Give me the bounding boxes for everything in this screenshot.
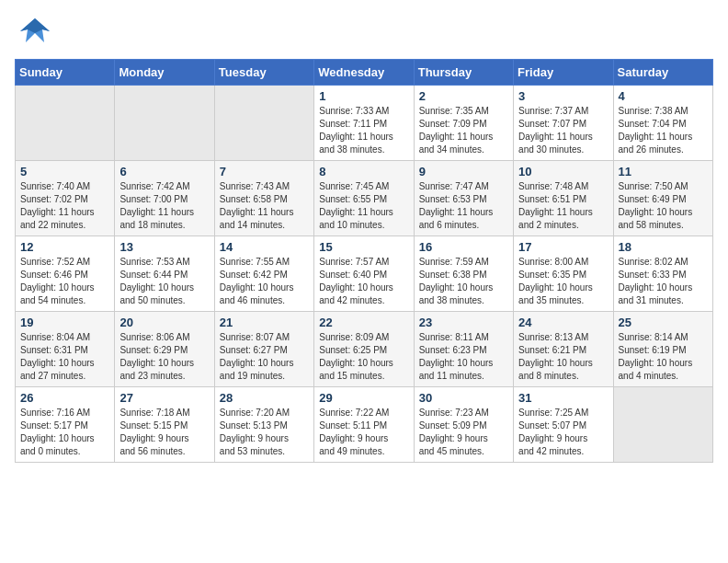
- day-info: Sunrise: 7:47 AM Sunset: 6:53 PM Dayligh…: [419, 180, 508, 232]
- calendar-cell: 3Sunrise: 7:37 AM Sunset: 7:07 PM Daylig…: [514, 86, 613, 161]
- calendar-cell: 16Sunrise: 7:59 AM Sunset: 6:38 PM Dayli…: [414, 236, 513, 312]
- day-info: Sunrise: 7:37 AM Sunset: 7:07 PM Dayligh…: [518, 105, 608, 156]
- day-number: 20: [119, 316, 209, 329]
- day-info: Sunrise: 7:48 AM Sunset: 6:51 PM Dayligh…: [518, 180, 608, 232]
- calendar-week-row: 1Sunrise: 7:33 AM Sunset: 7:11 PM Daylig…: [16, 86, 713, 161]
- calendar-cell: [214, 86, 313, 161]
- day-info: Sunrise: 7:53 AM Sunset: 6:44 PM Dayligh…: [119, 256, 209, 307]
- calendar-cell: 11Sunrise: 7:50 AM Sunset: 6:49 PM Dayli…: [613, 161, 712, 236]
- day-info: Sunrise: 7:33 AM Sunset: 7:11 PM Dayligh…: [319, 105, 408, 156]
- calendar-cell: 14Sunrise: 7:55 AM Sunset: 6:42 PM Dayli…: [214, 236, 313, 312]
- calendar-cell: 18Sunrise: 8:02 AM Sunset: 6:33 PM Dayli…: [613, 236, 712, 312]
- calendar-cell: 19Sunrise: 8:04 AM Sunset: 6:31 PM Dayli…: [16, 312, 115, 387]
- calendar-week-row: 5Sunrise: 7:40 AM Sunset: 7:02 PM Daylig…: [16, 161, 713, 236]
- day-info: Sunrise: 7:20 AM Sunset: 5:13 PM Dayligh…: [220, 407, 309, 458]
- day-info: Sunrise: 7:25 AM Sunset: 5:07 PM Dayligh…: [518, 407, 608, 458]
- day-info: Sunrise: 7:59 AM Sunset: 6:38 PM Dayligh…: [419, 256, 508, 307]
- day-info: Sunrise: 7:43 AM Sunset: 6:58 PM Dayligh…: [220, 180, 309, 232]
- calendar-cell: 12Sunrise: 7:52 AM Sunset: 6:46 PM Dayli…: [16, 236, 115, 312]
- day-number: 4: [619, 89, 708, 103]
- day-number: 17: [518, 240, 608, 254]
- day-number: 14: [220, 240, 309, 254]
- calendar-cell: 24Sunrise: 8:13 AM Sunset: 6:21 PM Dayli…: [514, 312, 613, 387]
- logo: [15, 15, 59, 52]
- calendar-cell: 1Sunrise: 7:33 AM Sunset: 7:11 PM Daylig…: [314, 86, 414, 161]
- calendar-cell: 2Sunrise: 7:35 AM Sunset: 7:09 PM Daylig…: [414, 86, 513, 161]
- page-header: [15, 15, 713, 52]
- day-number: 3: [518, 89, 608, 103]
- day-number: 31: [518, 391, 608, 405]
- calendar-cell: 31Sunrise: 7:25 AM Sunset: 5:07 PM Dayli…: [514, 387, 613, 463]
- day-info: Sunrise: 8:11 AM Sunset: 6:23 PM Dayligh…: [419, 331, 508, 383]
- calendar-cell: 13Sunrise: 7:53 AM Sunset: 6:44 PM Dayli…: [115, 236, 214, 312]
- day-info: Sunrise: 7:23 AM Sunset: 5:09 PM Dayligh…: [419, 407, 508, 458]
- calendar-cell: 29Sunrise: 7:22 AM Sunset: 5:11 PM Dayli…: [314, 387, 414, 463]
- calendar-cell: 10Sunrise: 7:48 AM Sunset: 6:51 PM Dayli…: [514, 161, 613, 236]
- day-number: 19: [20, 316, 109, 329]
- day-number: 28: [220, 391, 309, 405]
- day-info: Sunrise: 8:04 AM Sunset: 6:31 PM Dayligh…: [20, 331, 109, 383]
- calendar-week-row: 26Sunrise: 7:16 AM Sunset: 5:17 PM Dayli…: [16, 387, 713, 463]
- day-info: Sunrise: 7:55 AM Sunset: 6:42 PM Dayligh…: [220, 256, 309, 307]
- day-number: 26: [20, 391, 109, 405]
- calendar-cell: 5Sunrise: 7:40 AM Sunset: 7:02 PM Daylig…: [16, 161, 115, 236]
- calendar-cell: 23Sunrise: 8:11 AM Sunset: 6:23 PM Dayli…: [414, 312, 513, 387]
- day-number: 13: [119, 240, 209, 254]
- day-number: 8: [319, 165, 408, 178]
- day-of-week-header: Monday: [115, 60, 214, 86]
- day-info: Sunrise: 7:52 AM Sunset: 6:46 PM Dayligh…: [20, 256, 109, 307]
- day-info: Sunrise: 8:14 AM Sunset: 6:19 PM Dayligh…: [619, 331, 708, 383]
- day-number: 18: [619, 240, 708, 254]
- day-number: 16: [419, 240, 508, 254]
- calendar-cell: 27Sunrise: 7:18 AM Sunset: 5:15 PM Dayli…: [115, 387, 214, 463]
- day-number: 23: [419, 316, 508, 329]
- day-info: Sunrise: 8:02 AM Sunset: 6:33 PM Dayligh…: [619, 256, 708, 307]
- calendar-cell: 26Sunrise: 7:16 AM Sunset: 5:17 PM Dayli…: [16, 387, 115, 463]
- calendar-cell: 17Sunrise: 8:00 AM Sunset: 6:35 PM Dayli…: [514, 236, 613, 312]
- day-info: Sunrise: 7:42 AM Sunset: 7:00 PM Dayligh…: [119, 180, 209, 232]
- day-number: 5: [20, 165, 109, 178]
- day-info: Sunrise: 8:00 AM Sunset: 6:35 PM Dayligh…: [518, 256, 608, 307]
- day-number: 30: [419, 391, 508, 405]
- day-info: Sunrise: 8:13 AM Sunset: 6:21 PM Dayligh…: [518, 331, 608, 383]
- calendar-cell: 4Sunrise: 7:38 AM Sunset: 7:04 PM Daylig…: [613, 86, 712, 161]
- day-number: 11: [619, 165, 708, 178]
- day-of-week-header: Tuesday: [214, 60, 313, 86]
- day-number: 21: [220, 316, 309, 329]
- day-number: 12: [20, 240, 109, 254]
- calendar-cell: 6Sunrise: 7:42 AM Sunset: 7:00 PM Daylig…: [115, 161, 214, 236]
- day-number: 7: [220, 165, 309, 178]
- calendar-table: SundayMondayTuesdayWednesdayThursdayFrid…: [15, 59, 713, 463]
- day-number: 29: [319, 391, 408, 405]
- calendar-week-row: 19Sunrise: 8:04 AM Sunset: 6:31 PM Dayli…: [16, 312, 713, 387]
- day-of-week-header: Friday: [514, 60, 613, 86]
- day-info: Sunrise: 7:40 AM Sunset: 7:02 PM Dayligh…: [20, 180, 109, 232]
- day-of-week-header: Saturday: [613, 60, 712, 86]
- calendar-week-row: 12Sunrise: 7:52 AM Sunset: 6:46 PM Dayli…: [16, 236, 713, 312]
- calendar-cell: [16, 86, 115, 161]
- day-number: 1: [319, 89, 408, 103]
- day-info: Sunrise: 7:18 AM Sunset: 5:15 PM Dayligh…: [119, 407, 209, 458]
- day-number: 27: [119, 391, 209, 405]
- day-info: Sunrise: 7:57 AM Sunset: 6:40 PM Dayligh…: [319, 256, 408, 307]
- calendar-cell: 20Sunrise: 8:06 AM Sunset: 6:29 PM Dayli…: [115, 312, 214, 387]
- calendar-cell: [613, 387, 712, 463]
- calendar-cell: 7Sunrise: 7:43 AM Sunset: 6:58 PM Daylig…: [214, 161, 313, 236]
- day-number: 25: [619, 316, 708, 329]
- day-info: Sunrise: 7:38 AM Sunset: 7:04 PM Dayligh…: [619, 105, 708, 156]
- day-info: Sunrise: 7:50 AM Sunset: 6:49 PM Dayligh…: [619, 180, 708, 232]
- day-info: Sunrise: 7:35 AM Sunset: 7:09 PM Dayligh…: [419, 105, 508, 156]
- calendar-header-row: SundayMondayTuesdayWednesdayThursdayFrid…: [16, 60, 713, 86]
- day-of-week-header: Thursday: [414, 60, 513, 86]
- day-info: Sunrise: 8:06 AM Sunset: 6:29 PM Dayligh…: [119, 331, 209, 383]
- day-number: 2: [419, 89, 508, 103]
- day-number: 22: [319, 316, 408, 329]
- calendar-cell: 9Sunrise: 7:47 AM Sunset: 6:53 PM Daylig…: [414, 161, 513, 236]
- day-info: Sunrise: 7:16 AM Sunset: 5:17 PM Dayligh…: [20, 407, 109, 458]
- calendar-cell: [115, 86, 214, 161]
- day-number: 9: [419, 165, 508, 178]
- day-info: Sunrise: 7:22 AM Sunset: 5:11 PM Dayligh…: [319, 407, 408, 458]
- calendar-cell: 30Sunrise: 7:23 AM Sunset: 5:09 PM Dayli…: [414, 387, 513, 463]
- calendar-cell: 15Sunrise: 7:57 AM Sunset: 6:40 PM Dayli…: [314, 236, 414, 312]
- day-of-week-header: Wednesday: [314, 60, 414, 86]
